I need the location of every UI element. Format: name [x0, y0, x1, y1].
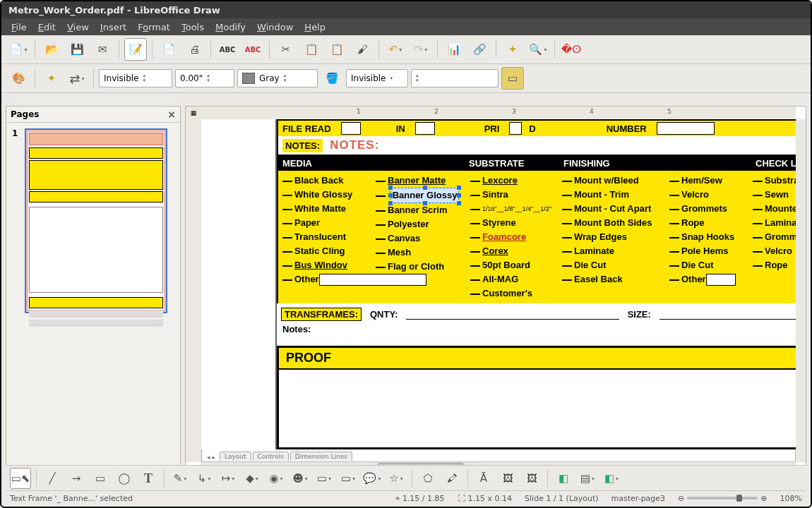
from-file-tool[interactable]: 🖼	[497, 468, 518, 489]
symbol-shapes-tool[interactable]: ☻	[289, 468, 311, 489]
zoom-slider[interactable]: ⊖⊕	[678, 494, 767, 503]
input-line[interactable]	[659, 309, 796, 320]
shadow-button[interactable]: ▭	[501, 67, 524, 90]
block-arrows-tool[interactable]: ▭	[314, 468, 335, 489]
header-checklist: CHECK LIS	[750, 157, 796, 170]
navigator-button[interactable]: ✦	[501, 38, 524, 61]
redo-button[interactable]: ↷	[410, 38, 432, 61]
input-other[interactable]	[706, 274, 736, 286]
area-color-combo[interactable]: ▴▾	[411, 69, 498, 87]
arrow-tool[interactable]: →	[66, 468, 87, 489]
list-item-tiny: 1/16"__1/8"__1/4"__1/2"	[482, 205, 551, 212]
tab-dimension-lines[interactable]: Dimension Lines	[290, 452, 352, 461]
tab-controls[interactable]: Controls	[253, 452, 289, 461]
separator	[437, 40, 438, 59]
list-item: Paper	[294, 217, 320, 228]
flowcharts-tool[interactable]: ▭	[338, 468, 359, 489]
selected-text-frame[interactable]: Banner Glossy	[390, 188, 460, 203]
show-draw-functions-button[interactable]: 🎨	[7, 67, 30, 90]
save-button[interactable]: 💾	[66, 38, 88, 61]
input-box[interactable]	[509, 122, 522, 135]
stars-tool[interactable]: ☆	[386, 468, 407, 489]
chart-button[interactable]: 📊	[443, 38, 465, 61]
text-tool[interactable]: T	[138, 468, 159, 489]
hyperlink-button[interactable]: 🔗	[468, 38, 491, 61]
horizontal-ruler[interactable]: 1 2 3 4 5	[201, 107, 796, 120]
menu-view[interactable]: View	[63, 20, 93, 34]
copy-button[interactable]: 📋	[300, 38, 323, 61]
separator	[269, 40, 270, 59]
proof-body[interactable]	[279, 370, 796, 447]
zoom-percent[interactable]: 108%	[780, 494, 802, 503]
arrow-style-button[interactable]: ✦	[40, 67, 63, 90]
arrange-tool[interactable]: ◧	[601, 468, 622, 489]
menu-edit[interactable]: Edit	[34, 20, 60, 34]
menu-bar[interactable]: File Edit View Insert Format Tools Modif…	[1, 18, 811, 35]
menu-help[interactable]: Help	[300, 20, 330, 34]
media-column-2: Banner Matte Banner Glossy B	[371, 171, 466, 303]
document-page[interactable]: FILE READ IN PRID NUMBER NOTES: NOTES:	[275, 119, 796, 449]
input-line[interactable]	[406, 309, 619, 320]
close-icon[interactable]: ×	[167, 109, 176, 120]
open-button[interactable]: 📂	[40, 38, 63, 61]
basic-shapes-tool[interactable]: ◉	[265, 468, 287, 489]
area-style-button[interactable]: 🪣	[321, 67, 343, 90]
autospell-button[interactable]: ABC	[241, 38, 264, 61]
glue-points-tool[interactable]: 🖍	[441, 468, 462, 489]
list-item: White Matte	[294, 203, 346, 214]
fontwork-tool[interactable]: Ā	[473, 468, 494, 489]
menu-format[interactable]: Format	[133, 20, 174, 34]
3d-objects-tool[interactable]: ◆	[241, 468, 263, 489]
separator	[412, 469, 412, 488]
ruler-tick: 5	[667, 108, 671, 115]
alignment-tool[interactable]: ▤	[577, 468, 598, 489]
menu-modify[interactable]: Modify	[211, 20, 250, 34]
lines-arrows-tool[interactable]: ↦	[217, 468, 239, 489]
layer-tabs[interactable]: ◂ ▸ Layout Controls Dimension Lines	[207, 449, 354, 461]
line-color-combo[interactable]: Gray ▴▾	[237, 69, 318, 87]
select-tool[interactable]: ▭⬉	[10, 468, 31, 489]
input-box[interactable]	[341, 122, 361, 135]
pages-panel-body[interactable]: 1	[6, 123, 180, 472]
undo-button[interactable]: ↶	[384, 38, 407, 61]
line-tool[interactable]: ╱	[42, 468, 63, 489]
menu-window[interactable]: Window	[253, 20, 297, 34]
gallery-tool[interactable]: 🖼	[521, 468, 542, 489]
label-size: SIZE:	[628, 309, 651, 320]
callouts-tool[interactable]: 💬	[362, 468, 383, 489]
canvas-viewport[interactable]: FILE READ IN PRID NUMBER NOTES: NOTES:	[201, 119, 796, 449]
line-width-combo[interactable]: 0.00" ▴▾	[175, 69, 234, 87]
input-box[interactable]	[657, 122, 715, 135]
export-pdf-button[interactable]: 📄	[157, 38, 180, 61]
points-tool[interactable]: ⬠	[417, 468, 438, 489]
input-box[interactable]	[415, 122, 435, 135]
menu-tools[interactable]: Tools	[177, 20, 208, 34]
paste-button[interactable]: 📋	[326, 38, 348, 61]
separator	[35, 40, 35, 59]
line-style-combo[interactable]: Invisible ▴▾	[99, 69, 172, 87]
line-endings-button[interactable]: ⇄	[66, 67, 88, 90]
tab-layout[interactable]: Layout	[220, 452, 251, 461]
new-document-button[interactable]: 📄	[7, 38, 30, 61]
vertical-scrollbar[interactable]	[795, 119, 806, 462]
ruler-tick: 4	[590, 108, 594, 115]
ellipse-tool[interactable]: ◯	[114, 468, 135, 489]
page-thumbnail[interactable]	[25, 128, 167, 313]
edit-file-button[interactable]: 📝	[124, 38, 147, 61]
format-paintbrush-button[interactable]: 🖌	[351, 38, 374, 61]
menu-file[interactable]: File	[7, 20, 31, 34]
area-fill-combo[interactable]: Invisible ▾	[346, 69, 408, 87]
menu-insert[interactable]: Insert	[96, 20, 131, 34]
effects-tool[interactable]: ◧	[553, 468, 574, 489]
drawing-canvas[interactable]: ▦ 1 2 3 4 5 FILE READ IN PRID	[185, 106, 806, 473]
email-button[interactable]: ✉	[91, 38, 114, 61]
zoom-button[interactable]: 🔍	[527, 38, 549, 61]
curve-tool[interactable]: ✎	[169, 468, 191, 489]
spellcheck-button[interactable]: ABC	[216, 38, 239, 61]
connector-tool[interactable]: ↳	[193, 468, 215, 489]
rectangle-tool[interactable]: ▭	[90, 468, 111, 489]
help-button[interactable]: �ⵙ	[560, 38, 583, 61]
print-button[interactable]: 🖨	[183, 38, 205, 61]
vertical-ruler[interactable]	[186, 119, 202, 462]
cut-button[interactable]: ✂	[275, 38, 297, 61]
